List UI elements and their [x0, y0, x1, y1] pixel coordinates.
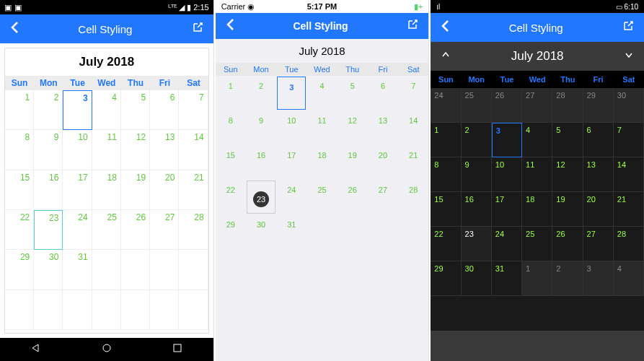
calendar-prev-month-cell[interactable]: 24 [431, 88, 461, 123]
calendar-day-cell[interactable]: 5 [121, 90, 150, 130]
calendar-day-cell[interactable]: 31 [276, 214, 306, 249]
calendar-day-cell[interactable]: 22 [216, 180, 246, 214]
calendar-day-cell[interactable]: 17 [492, 192, 522, 227]
calendar-day-cell[interactable]: 20 [368, 145, 398, 180]
calendar-day-cell[interactable]: 13 [368, 110, 398, 145]
calendar-day-cell[interactable]: 2 [462, 123, 492, 157]
calendar-day-cell[interactable]: 6 [583, 123, 614, 157]
calendar-day-cell[interactable]: 18 [306, 145, 337, 180]
calendar-day-cell[interactable]: 29 [216, 214, 246, 249]
calendar-day-cell[interactable]: 4 [92, 90, 121, 130]
calendar-day-cell[interactable]: 18 [92, 170, 121, 210]
calendar-day-cell[interactable]: 22 [431, 227, 461, 261]
calendar-day-cell[interactable]: 25 [522, 227, 552, 261]
calendar-day-cell[interactable]: 20 [583, 192, 614, 227]
back-icon[interactable] [10, 21, 19, 37]
calendar-day-cell[interactable]: 20 [150, 170, 179, 210]
calendar-day-cell[interactable]: 30 [246, 214, 276, 249]
calendar-day-cell[interactable]: 16 [34, 170, 63, 210]
calendar-day-cell[interactable]: 25 [92, 210, 121, 250]
calendar-day-cell[interactable]: 7 [614, 123, 644, 157]
calendar-day-cell[interactable]: 19 [338, 145, 368, 180]
calendar-day-cell[interactable]: 26 [121, 210, 150, 250]
calendar-day-cell[interactable]: 27 [583, 227, 614, 261]
calendar-day-cell[interactable]: 3 [63, 90, 92, 130]
calendar-day-cell[interactable]: 23 [34, 210, 63, 250]
calendar-day-cell[interactable]: 17 [276, 145, 306, 180]
calendar-day-cell[interactable]: 28 [398, 180, 428, 214]
calendar-day-cell[interactable]: 30 [34, 250, 63, 290]
calendar-day-cell[interactable]: 27 [368, 180, 398, 214]
calendar-day-cell[interactable]: 5 [338, 76, 368, 110]
calendar-day-cell[interactable]: 24 [492, 227, 522, 261]
calendar-day-cell[interactable]: 8 [216, 110, 246, 145]
calendar-prev-month-cell[interactable]: 26 [492, 88, 522, 123]
external-link-icon[interactable] [407, 19, 418, 33]
calendar-day-cell[interactable]: 27 [150, 210, 179, 250]
calendar-day-cell[interactable]: 9 [34, 130, 63, 170]
calendar-day-cell[interactable]: 7 [398, 76, 428, 110]
calendar-day-cell[interactable]: 12 [552, 157, 583, 192]
nav-back-icon[interactable] [30, 343, 40, 356]
calendar-day-cell[interactable]: 22 [5, 210, 34, 250]
calendar-day-cell[interactable]: 4 [522, 123, 552, 157]
calendar-day-cell[interactable]: 19 [121, 170, 150, 210]
calendar-day-cell[interactable]: 21 [179, 170, 208, 210]
back-icon[interactable] [441, 19, 449, 35]
calendar-day-cell[interactable]: 6 [368, 76, 398, 110]
calendar-day-cell[interactable]: 10 [492, 157, 522, 192]
calendar-day-cell[interactable]: 12 [338, 110, 368, 145]
calendar-prev-month-cell[interactable]: 28 [552, 88, 583, 123]
calendar-day-cell[interactable]: 19 [552, 192, 583, 227]
calendar-day-cell[interactable]: 15 [5, 170, 34, 210]
calendar-day-cell[interactable]: 13 [150, 130, 179, 170]
calendar-next-month-cell[interactable]: 3 [583, 261, 614, 296]
calendar-day-cell[interactable]: 15 [431, 192, 461, 227]
calendar-grid[interactable]: 1234567891011121314151617181920212223242… [5, 90, 208, 330]
calendar-day-cell[interactable]: 10 [276, 110, 306, 145]
calendar-day-cell[interactable]: 17 [63, 170, 92, 210]
calendar-day-cell[interactable]: 21 [398, 145, 428, 180]
nav-home-icon[interactable] [102, 343, 112, 356]
calendar-day-cell[interactable]: 29 [431, 261, 461, 296]
calendar-day-cell[interactable]: 9 [462, 157, 492, 192]
calendar-next-month-cell[interactable]: 1 [522, 261, 552, 296]
calendar-day-cell[interactable]: 24 [63, 210, 92, 250]
prev-month-icon[interactable] [441, 50, 451, 63]
calendar-prev-month-cell[interactable]: 29 [583, 88, 614, 123]
calendar-day-cell[interactable]: 8 [5, 130, 34, 170]
calendar-day-cell[interactable]: 23 [462, 227, 492, 261]
calendar-day-cell[interactable]: 24 [276, 180, 306, 214]
calendar-day-cell[interactable]: 15 [216, 145, 246, 180]
calendar-next-month-cell[interactable]: 2 [552, 261, 583, 296]
calendar-day-cell[interactable]: 11 [92, 130, 121, 170]
calendar-day-cell[interactable]: 5 [552, 123, 583, 157]
calendar-day-cell[interactable]: 14 [614, 157, 644, 192]
calendar-day-cell[interactable]: 26 [338, 180, 368, 214]
calendar-day-cell[interactable]: 31 [63, 250, 92, 290]
calendar-prev-month-cell[interactable]: 30 [614, 88, 644, 123]
calendar-day-cell[interactable]: 13 [583, 157, 614, 192]
calendar-day-cell[interactable]: 9 [246, 110, 276, 145]
calendar-day-cell[interactable]: 23 [247, 180, 275, 214]
external-link-icon[interactable] [622, 20, 634, 35]
calendar-day-cell[interactable]: 2 [246, 76, 276, 110]
calendar-day-cell[interactable]: 14 [179, 130, 208, 170]
calendar-day-cell[interactable]: 16 [462, 192, 492, 227]
calendar-day-cell[interactable]: 14 [398, 110, 428, 145]
next-month-icon[interactable] [624, 50, 634, 63]
calendar-day-cell[interactable]: 4 [306, 76, 337, 110]
back-icon[interactable] [226, 18, 234, 34]
calendar-day-cell[interactable]: 10 [63, 130, 92, 170]
calendar-day-cell[interactable]: 16 [246, 145, 276, 180]
calendar-day-cell[interactable]: 1 [431, 123, 461, 157]
calendar-day-cell[interactable]: 31 [492, 261, 522, 296]
calendar-day-cell[interactable]: 8 [431, 157, 461, 192]
calendar-day-cell[interactable]: 6 [150, 90, 179, 130]
calendar-day-cell[interactable]: 25 [306, 180, 337, 214]
calendar-day-cell[interactable]: 12 [121, 130, 150, 170]
calendar-day-cell[interactable]: 18 [522, 192, 552, 227]
calendar-day-cell[interactable]: 21 [614, 192, 644, 227]
external-link-icon[interactable] [192, 22, 203, 36]
calendar-day-cell[interactable]: 28 [614, 227, 644, 261]
